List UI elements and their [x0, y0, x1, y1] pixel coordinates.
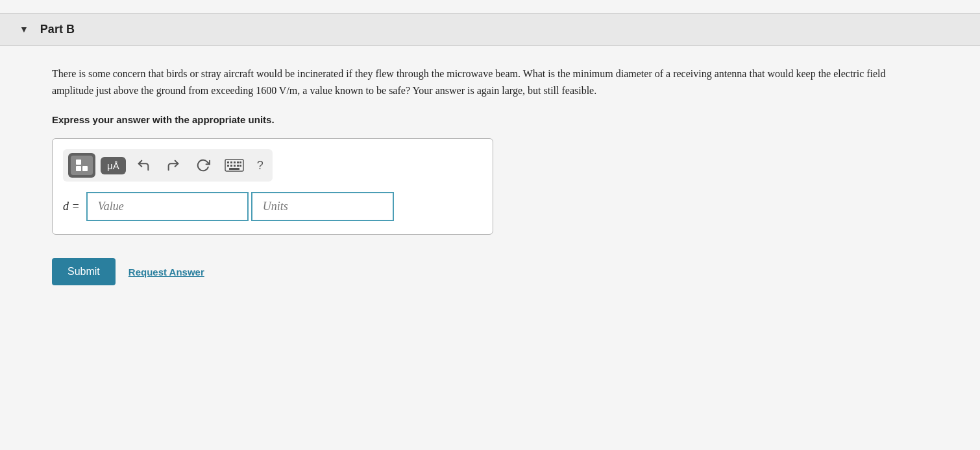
- redo-btn[interactable]: [161, 155, 186, 176]
- content-area: There is some concern that birds or stra…: [0, 65, 980, 285]
- express-instruction: Express your answer with the appropriate…: [52, 114, 928, 125]
- input-box-container: μÅ: [52, 138, 493, 235]
- svg-rect-6: [230, 161, 232, 163]
- svg-rect-15: [229, 168, 239, 170]
- units-input[interactable]: [251, 192, 394, 221]
- redo-icon: [166, 158, 180, 172]
- svg-rect-14: [239, 165, 241, 167]
- value-input[interactable]: [86, 192, 249, 221]
- toolbar: μÅ: [63, 149, 273, 182]
- layout-icon-btn[interactable]: [71, 156, 93, 175]
- part-header: ▼ Part B: [0, 13, 980, 46]
- toolbar-btn-group: [68, 153, 95, 178]
- svg-rect-13: [237, 165, 239, 167]
- submit-button[interactable]: Submit: [52, 258, 116, 285]
- undo-icon: [136, 158, 151, 172]
- variable-label: d =: [63, 200, 80, 213]
- grid-2x2-icon: [75, 158, 89, 172]
- svg-rect-5: [227, 161, 229, 163]
- svg-rect-2: [76, 166, 81, 171]
- svg-rect-0: [76, 160, 81, 165]
- action-row: Submit Request Answer: [52, 258, 928, 285]
- svg-rect-9: [239, 161, 241, 163]
- svg-rect-12: [234, 165, 236, 167]
- svg-rect-11: [230, 165, 232, 167]
- svg-rect-8: [237, 161, 239, 163]
- page-container: ▼ Part B There is some concern that bird…: [0, 0, 980, 298]
- collapse-icon[interactable]: ▼: [19, 25, 29, 35]
- undo-btn[interactable]: [131, 155, 156, 176]
- refresh-btn[interactable]: [191, 155, 215, 176]
- refresh-icon: [196, 158, 210, 172]
- answer-row: d =: [63, 192, 482, 221]
- help-btn[interactable]: ?: [253, 156, 267, 175]
- svg-rect-7: [234, 161, 236, 163]
- part-title: Part B: [40, 23, 75, 36]
- question-text: There is some concern that birds or stra…: [52, 65, 928, 99]
- svg-rect-1: [82, 160, 88, 165]
- mu-btn[interactable]: μÅ: [101, 157, 126, 174]
- svg-rect-3: [82, 166, 88, 171]
- keyboard-btn[interactable]: [221, 156, 248, 174]
- request-answer-button[interactable]: Request Answer: [129, 266, 204, 278]
- svg-rect-10: [227, 165, 229, 167]
- keyboard-icon: [225, 159, 244, 172]
